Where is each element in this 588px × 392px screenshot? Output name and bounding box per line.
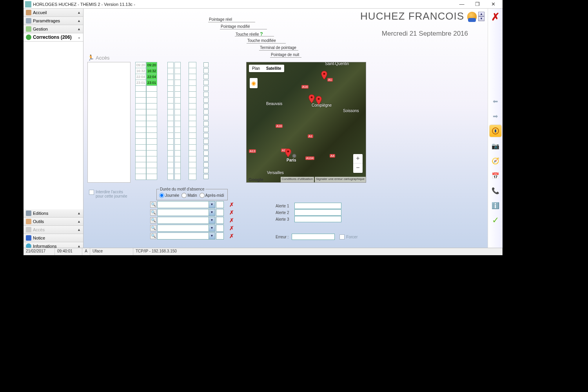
time-modified-cell[interactable]: 09:20 xyxy=(146,62,157,68)
search-icon[interactable]: 🔍 xyxy=(150,209,156,216)
terminal-cell[interactable] xyxy=(189,109,196,115)
nuit-checkbox[interactable] xyxy=(203,162,209,167)
touche-reelle-cell[interactable] xyxy=(167,80,174,86)
touche-reelle-cell[interactable] xyxy=(167,68,174,74)
time-real-cell[interactable] xyxy=(135,138,146,145)
touche-reelle-cell[interactable] xyxy=(167,115,174,121)
time-modified-cell[interactable] xyxy=(146,97,157,103)
search-icon[interactable]: 🔍 xyxy=(150,201,156,208)
nuit-checkbox[interactable] xyxy=(203,156,209,162)
sidebar-item-parametrages[interactable]: Paramétrages▲ xyxy=(24,17,83,25)
motif-value-input[interactable] xyxy=(216,209,224,216)
terminal-cell[interactable] xyxy=(189,91,196,98)
motif-value-input[interactable] xyxy=(216,225,224,232)
sidebar-item-accueil[interactable]: Accueil▲ xyxy=(24,9,83,17)
alerte3-input[interactable] xyxy=(294,216,341,222)
time-real-cell[interactable] xyxy=(135,91,146,98)
map-satellite-button[interactable]: Satellite xyxy=(263,65,284,72)
sidebar-item-notice[interactable]: Notice xyxy=(24,234,83,242)
terminal-cell[interactable] xyxy=(189,62,196,68)
map-marker-icon[interactable] xyxy=(316,96,322,105)
time-modified-cell[interactable] xyxy=(146,115,157,121)
touche-reelle-cell[interactable] xyxy=(167,74,174,80)
nuit-checkbox[interactable] xyxy=(203,109,209,114)
nuit-checkbox[interactable] xyxy=(203,92,209,97)
sidebar-item-corrections[interactable]: Corrections (206)⌄ xyxy=(24,33,83,42)
nuit-checkbox[interactable] xyxy=(203,168,209,173)
time-modified-cell[interactable] xyxy=(146,127,157,133)
radio-matin[interactable]: Matin xyxy=(181,193,197,198)
time-modified-cell[interactable] xyxy=(146,156,157,162)
touche-reelle-cell[interactable] xyxy=(167,85,174,92)
sidebar-item-informations[interactable]: Informations▲ xyxy=(24,242,83,248)
nuit-checkbox[interactable] xyxy=(203,174,209,179)
time-real-cell[interactable] xyxy=(135,109,146,115)
nuit-checkbox[interactable] xyxy=(203,68,209,73)
motif-value-input[interactable] xyxy=(216,232,224,240)
combo-dropdown-button[interactable]: ▼ xyxy=(209,233,215,239)
touche-modifiee-cell[interactable] xyxy=(174,103,181,109)
touche-modifiee-cell[interactable] xyxy=(174,150,181,156)
touche-modifiee-cell[interactable] xyxy=(174,109,181,115)
info-button[interactable]: ℹ️ xyxy=(490,200,501,211)
touche-modifiee-cell[interactable] xyxy=(174,80,181,86)
erreur-input[interactable] xyxy=(292,234,335,240)
time-modified-cell[interactable] xyxy=(146,162,157,168)
touche-modifiee-cell[interactable] xyxy=(174,121,181,127)
next-button[interactable]: ➡ xyxy=(490,110,501,122)
map-marker-icon[interactable] xyxy=(285,149,291,157)
touche-modifiee-cell[interactable] xyxy=(174,91,181,98)
combo-dropdown-button[interactable]: ▼ xyxy=(209,201,215,208)
nuit-checkbox[interactable] xyxy=(203,74,209,79)
time-modified-cell[interactable] xyxy=(146,132,157,139)
touche-reelle-cell[interactable] xyxy=(167,168,174,174)
time-modified-cell[interactable] xyxy=(146,174,157,180)
map-marker-icon[interactable] xyxy=(309,94,315,103)
touche-modifiee-cell[interactable] xyxy=(174,132,181,139)
delete-button[interactable]: ✗ xyxy=(229,217,234,223)
time-modified-cell[interactable] xyxy=(146,85,157,92)
time-modified-cell[interactable] xyxy=(146,150,157,156)
delete-button[interactable]: ✗ xyxy=(229,201,234,208)
touche-reelle-cell[interactable] xyxy=(167,103,174,109)
alerte1-input[interactable] xyxy=(294,203,341,209)
time-real-cell[interactable] xyxy=(135,168,146,174)
cancel-button[interactable]: ✗ xyxy=(491,11,500,23)
motif-value-input[interactable] xyxy=(216,217,224,224)
time-modified-cell[interactable] xyxy=(146,91,157,98)
motif-combo[interactable]: ▼ xyxy=(157,232,215,240)
touche-modifiee-cell[interactable] xyxy=(174,162,181,168)
time-real-cell[interactable] xyxy=(135,144,146,151)
time-modified-cell[interactable] xyxy=(146,144,157,151)
terminal-cell[interactable] xyxy=(189,162,196,168)
nuit-checkbox[interactable] xyxy=(203,98,209,103)
touche-reelle-cell[interactable] xyxy=(167,150,174,156)
touche-modifiee-cell[interactable] xyxy=(174,85,181,92)
touche-modifiee-cell[interactable] xyxy=(174,138,181,145)
prev-button[interactable]: ⬅ xyxy=(490,95,501,107)
time-modified-cell[interactable] xyxy=(146,168,157,174)
terminal-cell[interactable] xyxy=(189,138,196,145)
sidebar-item-acces[interactable]: Accès▲ xyxy=(24,226,83,234)
touche-modifiee-cell[interactable] xyxy=(174,97,181,103)
location-button[interactable] xyxy=(490,125,501,137)
delete-button[interactable]: ✗ xyxy=(229,225,234,231)
time-real-cell[interactable]: 09:20 xyxy=(135,62,146,68)
terminal-cell[interactable] xyxy=(189,144,196,151)
map-marker-icon[interactable] xyxy=(321,71,327,80)
acces-list[interactable] xyxy=(87,62,131,183)
nuit-checkbox[interactable] xyxy=(203,62,209,67)
touche-reelle-cell[interactable] xyxy=(167,97,174,103)
close-button[interactable]: ✕ xyxy=(485,0,501,8)
touche-reelle-cell[interactable] xyxy=(167,138,174,145)
radio-apresmidi[interactable]: Après-midi xyxy=(200,193,224,198)
search-icon[interactable]: 🔍 xyxy=(150,233,156,239)
time-real-cell[interactable]: 23:01 xyxy=(135,80,146,86)
terminal-cell[interactable] xyxy=(189,174,196,180)
motif-combo[interactable]: ▼ xyxy=(157,217,215,224)
sidebar-item-editions[interactable]: Editions▲ xyxy=(24,209,83,218)
motif-value-input[interactable] xyxy=(216,201,224,208)
nuit-checkbox[interactable] xyxy=(203,145,209,150)
map-plan-button[interactable]: Plan xyxy=(249,65,263,72)
maximize-button[interactable]: ❐ xyxy=(470,0,485,8)
